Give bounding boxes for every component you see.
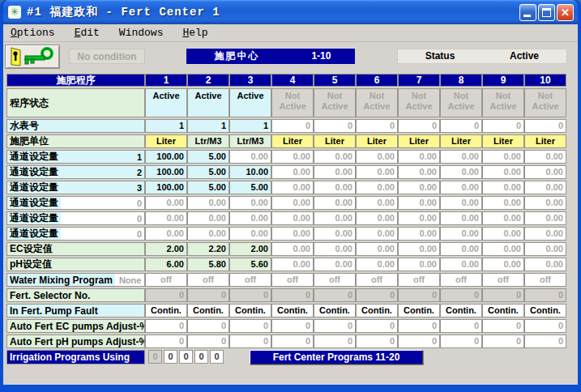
cell-ph-setpoint-col4[interactable]: 0.00 [271, 258, 314, 271]
cell-in-fert-pump-fault-col10[interactable]: Contin. [524, 304, 566, 317]
cell-program-status-col10[interactable]: Not Active [524, 88, 566, 117]
cell-channel-set-qty-2-col8[interactable]: 0.00 [440, 165, 482, 179]
cell-auto-fert-ec-pumps-adjust-col3[interactable]: 0 [229, 319, 271, 333]
cell-channel-set-qty-6-col2[interactable]: 0.00 [187, 227, 229, 241]
cell-channel-set-qty-3-col7[interactable]: 0.00 [398, 181, 440, 194]
cell-channel-set-qty-1-col3[interactable]: 0.00 [229, 150, 271, 164]
title-bar[interactable]: ✳ #1 福建政和 - Fert Center 1 ✕ [3, 0, 578, 24]
cell-auto-fert-ph-pumps-adjust-col6[interactable]: 0 [356, 334, 398, 348]
cell-channel-set-qty-4-col10[interactable]: 0.00 [524, 196, 566, 210]
cell-channel-set-qty-5-col3[interactable]: 0.00 [229, 211, 271, 225]
cell-channel-set-qty-2-col1[interactable]: 100.00 [145, 165, 187, 179]
cell-auto-fert-ph-pumps-adjust-col5[interactable]: 0 [314, 334, 356, 348]
cell-channel-set-qty-4-col6[interactable]: 0.00 [356, 196, 398, 210]
cell-auto-fert-ph-pumps-adjust-col9[interactable]: 0 [482, 334, 524, 348]
cell-fert-unit-col2[interactable]: Ltr/M3 [187, 134, 229, 148]
cell-in-fert-pump-fault-col2[interactable]: Contin. [187, 304, 229, 317]
cell-auto-fert-ph-pumps-adjust-col7[interactable]: 0 [398, 334, 440, 348]
menu-item-help[interactable]: Help [182, 27, 207, 39]
cell-fert-unit-col3[interactable]: Ltr/M3 [229, 134, 271, 148]
row-index-channel-set-qty-3[interactable]: 3 [137, 183, 144, 193]
cell-fert-unit-col4[interactable]: Liter [271, 134, 314, 148]
unlock-key-button[interactable] [5, 45, 60, 69]
cell-channel-set-qty-2-col9[interactable]: 0.00 [482, 165, 524, 179]
cell-program-status-col2[interactable]: Active [187, 88, 229, 117]
cell-ph-setpoint-col10[interactable]: 0.00 [524, 258, 566, 271]
cell-program-status-col4[interactable]: Not Active [271, 88, 314, 117]
cell-auto-fert-ec-pumps-adjust-col6[interactable]: 0 [356, 319, 398, 333]
cell-water-mixing-program-col4[interactable]: off [271, 273, 314, 287]
cell-channel-set-qty-1-col4[interactable]: 0.00 [271, 150, 314, 164]
cell-in-fert-pump-fault-col4[interactable]: Contin. [271, 304, 314, 317]
cell-channel-set-qty-5-col7[interactable]: 0.00 [398, 211, 440, 225]
irrigation-program-cell-2[interactable]: 0 [164, 350, 177, 364]
cell-fert-selector-no-col3[interactable]: 0 [229, 288, 271, 302]
cell-ph-setpoint-col5[interactable]: 0.00 [314, 258, 356, 271]
cell-channel-set-qty-4-col3[interactable]: 0.00 [229, 196, 271, 210]
cell-auto-fert-ec-pumps-adjust-col7[interactable]: 0 [398, 319, 440, 333]
cell-ec-setpoint-col5[interactable]: 0.00 [314, 242, 356, 256]
cell-fert-selector-no-col5[interactable]: 0 [314, 288, 356, 302]
cell-program-status-col1[interactable]: Active [145, 88, 187, 117]
cell-auto-fert-ec-pumps-adjust-col9[interactable]: 0 [482, 319, 524, 333]
cell-auto-fert-ec-pumps-adjust-col8[interactable]: 0 [440, 319, 482, 333]
cell-channel-set-qty-4-col8[interactable]: 0.00 [440, 196, 482, 210]
cell-program-status-col7[interactable]: Not Active [398, 88, 440, 117]
cell-water-meter-no-col9[interactable]: 0 [482, 119, 524, 133]
cell-channel-set-qty-2-col10[interactable]: 0.00 [524, 165, 566, 179]
cell-channel-set-qty-3-col10[interactable]: 0.00 [524, 181, 566, 194]
cell-water-meter-no-col6[interactable]: 0 [356, 119, 398, 133]
cell-water-mixing-program-col9[interactable]: off [482, 273, 524, 287]
cell-ph-setpoint-col7[interactable]: 0.00 [398, 258, 440, 271]
cell-fert-selector-no-col4[interactable]: 0 [271, 288, 314, 302]
cell-channel-set-qty-1-col1[interactable]: 100.00 [145, 150, 187, 164]
cell-channel-set-qty-5-col2[interactable]: 0.00 [187, 211, 229, 225]
cell-ec-setpoint-col6[interactable]: 0.00 [356, 242, 398, 256]
cell-channel-set-qty-2-col3[interactable]: 10.00 [229, 165, 271, 179]
cell-auto-fert-ec-pumps-adjust-col5[interactable]: 0 [314, 319, 356, 333]
cell-channel-set-qty-6-col3[interactable]: 0.00 [229, 227, 271, 241]
row-index-channel-set-qty-4[interactable]: 0 [137, 198, 144, 208]
cell-channel-set-qty-2-col5[interactable]: 0.00 [314, 165, 356, 179]
cell-ec-setpoint-col8[interactable]: 0.00 [440, 242, 482, 256]
cell-water-meter-no-col8[interactable]: 0 [440, 119, 482, 133]
cell-auto-fert-ph-pumps-adjust-col1[interactable]: 0 [145, 334, 187, 348]
cell-channel-set-qty-5-col4[interactable]: 0.00 [271, 211, 314, 225]
menu-item-options[interactable]: Options [11, 27, 55, 39]
cell-ph-setpoint-col1[interactable]: 6.00 [145, 258, 187, 271]
cell-auto-fert-ph-pumps-adjust-col10[interactable]: 0 [524, 334, 566, 348]
cell-fert-unit-col9[interactable]: Liter [482, 134, 524, 148]
cell-channel-set-qty-4-col9[interactable]: 0.00 [482, 196, 524, 210]
cell-auto-fert-ec-pumps-adjust-col1[interactable]: 0 [145, 319, 187, 333]
cell-fert-unit-col8[interactable]: Liter [440, 134, 482, 148]
cell-channel-set-qty-1-col9[interactable]: 0.00 [482, 150, 524, 164]
cell-fert-selector-no-col1[interactable]: 0 [145, 288, 187, 302]
cell-channel-set-qty-5-col1[interactable]: 0.00 [145, 211, 187, 225]
cell-water-meter-no-col10[interactable]: 0 [524, 119, 566, 133]
cell-channel-set-qty-4-col4[interactable]: 0.00 [271, 196, 314, 210]
maximize-button[interactable] [538, 4, 555, 21]
minimize-button[interactable] [519, 4, 536, 21]
cell-program-status-col8[interactable]: Not Active [440, 88, 482, 117]
cell-channel-set-qty-2-col4[interactable]: 0.00 [271, 165, 314, 179]
cell-water-mixing-program-col8[interactable]: off [440, 273, 482, 287]
cell-ph-setpoint-col6[interactable]: 0.00 [356, 258, 398, 271]
cell-channel-set-qty-2-col2[interactable]: 5.00 [187, 165, 229, 179]
cell-water-mixing-program-col5[interactable]: off [314, 273, 356, 287]
cell-channel-set-qty-1-col8[interactable]: 0.00 [440, 150, 482, 164]
cell-auto-fert-ph-pumps-adjust-col2[interactable]: 0 [187, 334, 229, 348]
cell-in-fert-pump-fault-col5[interactable]: Contin. [314, 304, 356, 317]
cell-in-fert-pump-fault-col9[interactable]: Contin. [482, 304, 524, 317]
cell-channel-set-qty-4-col5[interactable]: 0.00 [314, 196, 356, 210]
cell-channel-set-qty-4-col1[interactable]: 0.00 [145, 196, 187, 210]
cell-in-fert-pump-fault-col6[interactable]: Contin. [356, 304, 398, 317]
menu-item-windows[interactable]: Windows [119, 27, 164, 39]
cell-fert-selector-no-col9[interactable]: 0 [482, 288, 524, 302]
cell-channel-set-qty-3-col8[interactable]: 0.00 [440, 181, 482, 194]
close-button[interactable]: ✕ [557, 4, 574, 21]
row-index-channel-set-qty-5[interactable]: 0 [137, 214, 144, 224]
cell-water-mixing-program-col10[interactable]: off [524, 273, 566, 287]
cell-channel-set-qty-5-col6[interactable]: 0.00 [356, 211, 398, 225]
cell-water-meter-no-col7[interactable]: 0 [398, 119, 440, 133]
cell-ph-setpoint-col9[interactable]: 0.00 [482, 258, 524, 271]
